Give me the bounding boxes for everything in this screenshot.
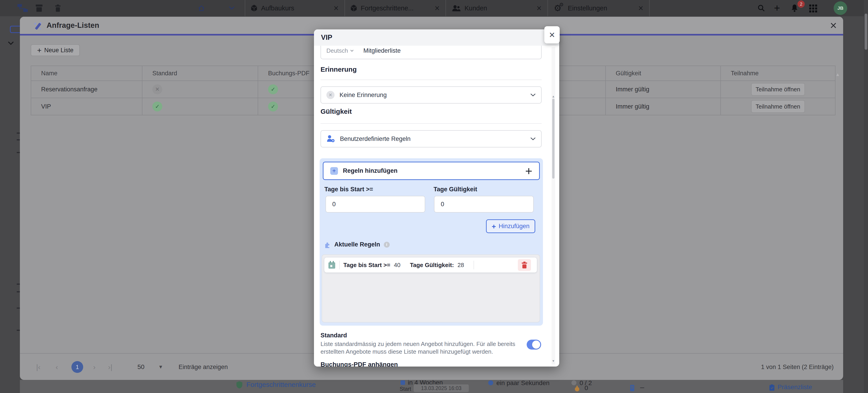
standard-heading: Standard: [320, 332, 347, 339]
current-rules-title: Aktuelle Regeln: [334, 241, 380, 248]
column-name: Name: [31, 66, 142, 81]
divider: [320, 123, 541, 124]
rule-valid-label: Tage Gültigkeit:: [410, 262, 454, 269]
tab-fortgeschrittene[interactable]: Fortgeschrittene... ×: [345, 0, 445, 16]
topbar: Aufbaukurs × Fortgeschrittene... × Kunde…: [0, 0, 868, 16]
check-circle-icon: ✓: [268, 84, 278, 94]
info-icon[interactable]: i: [384, 242, 390, 248]
user-rules-icon: [327, 134, 335, 143]
check-circle-icon: ✓: [268, 101, 278, 112]
chevron-down-topbar-icon[interactable]: [229, 6, 235, 10]
divider: [320, 80, 541, 80]
scroll-down-icon[interactable]: ▼: [552, 359, 555, 363]
last-page-button[interactable]: ›|: [108, 354, 112, 380]
dash-value: –: [640, 383, 644, 391]
apps-grid-icon[interactable]: [809, 4, 817, 12]
page-size-select[interactable]: 50: [137, 354, 145, 380]
trash-topbar-icon[interactable]: [55, 4, 61, 12]
chevron-down-sidebar-icon[interactable]: [8, 41, 14, 45]
vip-modal-title: VIP: [321, 33, 332, 41]
tab-kunden[interactable]: Kunden ×: [446, 0, 548, 16]
current-page-button[interactable]: 1: [71, 361, 83, 373]
add-rules-box[interactable]: + Regeln hinzufügen +: [323, 162, 540, 180]
new-list-button[interactable]: + Neue Liste: [31, 44, 80, 56]
days-until-start-input[interactable]: [326, 196, 425, 213]
scrollbar-thumb[interactable]: [552, 99, 555, 179]
close-tab-icon[interactable]: ×: [334, 4, 339, 12]
column-teilnahme: Teilnahme: [721, 66, 835, 81]
standard-toggle[interactable]: [527, 340, 541, 350]
previous-page-button[interactable]: ‹: [56, 354, 58, 380]
reminder-heading: Erinnerung: [320, 66, 357, 73]
calendar-icon: [328, 261, 336, 269]
cross-circle-icon: ✕: [152, 84, 162, 94]
close-tab-icon[interactable]: ×: [638, 4, 643, 12]
vip-modal-scrollbar[interactable]: ▲ ▼: [552, 47, 555, 364]
clipped-text-fragment: [17, 283, 20, 285]
sitemap-icon[interactable]: [18, 4, 28, 12]
reminder-select[interactable]: ✕ Keine Erinnerung: [320, 86, 541, 103]
current-rules-heading-row: Aktuelle Regeln i: [324, 241, 390, 248]
column-gueltigkeit: Gültigkeit: [606, 66, 721, 81]
duration-text: ein paar Sekunden: [496, 380, 550, 387]
rule-start-label: Tage bis Start >=: [343, 262, 391, 269]
caret-down-icon[interactable]: ▼: [158, 354, 163, 380]
standard-description-line2: erstellten Angebote muss diese Liste man…: [320, 348, 493, 355]
puzzle-icon: [324, 241, 331, 248]
vip-modal-header: VIP: [314, 29, 559, 46]
tab-einstellungen[interactable]: ⚙ ⚙ Einstellungen ×: [548, 0, 649, 16]
add-icon[interactable]: +: [774, 3, 780, 13]
building-icon: [630, 385, 635, 391]
tab-label: Einstellungen: [568, 4, 607, 12]
pagination-summary: 1 von 1 Seiten (2 Einträge): [761, 354, 834, 380]
days-valid-label: Tage Gültigkeit: [434, 186, 477, 193]
open-participation-button[interactable]: Teilnahme öffnen: [751, 83, 805, 96]
start-date-chip: 13.03.2025 16:03: [414, 385, 469, 392]
shield-icon: [237, 381, 242, 389]
language-selector[interactable]: Deutsch: [327, 47, 354, 54]
divider: [339, 261, 340, 269]
tab-aufbaukurs[interactable]: Aufbaukurs ×: [245, 0, 344, 16]
scroll-up-icon[interactable]: ▲: [835, 72, 840, 77]
standard-description-line1: Liste standardmässig zu jedem neuen Ange…: [320, 340, 515, 347]
chevron-down-icon: [350, 50, 354, 52]
presence-link[interactable]: Präsenzliste: [778, 384, 812, 391]
cube-icon: [351, 5, 357, 11]
days-valid-input[interactable]: [434, 196, 534, 213]
add-rule-button[interactable]: + Hinzufügen: [486, 219, 535, 233]
close-vip-modal-button[interactable]: ×: [544, 26, 560, 43]
search-icon[interactable]: [758, 4, 765, 12]
archive-icon[interactable]: [36, 4, 42, 12]
avatar[interactable]: JB: [834, 1, 847, 15]
validity-select[interactable]: Benutzerdefinierte Regeln: [320, 130, 541, 147]
page-size-label: Einträge anzeigen: [179, 354, 228, 380]
modal-title: Anfrage-Listen: [46, 21, 99, 30]
next-page-button[interactable]: ›: [93, 354, 96, 380]
rule-valid-value: 28: [458, 262, 464, 269]
trash-icon: [522, 262, 527, 268]
gear-icon: ⚙ ⚙: [554, 3, 564, 13]
column-standard: Standard: [142, 66, 258, 81]
close-tab-icon[interactable]: ×: [435, 4, 440, 12]
home-icon[interactable]: [198, 5, 205, 11]
delete-rule-button[interactable]: [518, 259, 531, 271]
clipped-text-fragment: [17, 139, 20, 141]
scroll-up-icon[interactable]: ▲: [552, 94, 555, 98]
open-participation-button[interactable]: Teilnahme öffnen: [751, 100, 805, 113]
bell-icon[interactable]: [791, 4, 798, 12]
clipped-text-fragment: [17, 132, 20, 133]
page-scrollbar[interactable]: [864, 0, 868, 393]
first-page-button[interactable]: |‹: [36, 354, 40, 380]
capacity-icon: [571, 380, 577, 385]
vip-modal: Deutsch Mitgliederliste VIP Erinnerung ✕…: [314, 29, 559, 367]
custom-rules-panel: + Regeln hinzufügen + Tage bis Start >= …: [320, 158, 543, 326]
rule-start-value: 40: [394, 262, 401, 269]
course-link[interactable]: Fortgeschrittenenkurse: [246, 381, 316, 389]
screen: Aufbaukurs × Fortgeschrittene... × Kunde…: [0, 0, 868, 393]
close-modal-icon[interactable]: ×: [830, 18, 837, 33]
validity-heading: Gültigkeit: [320, 108, 352, 115]
close-tab-icon[interactable]: ×: [537, 4, 541, 12]
clipped-text-fragment: [17, 307, 20, 309]
check-circle-icon: ✓: [152, 101, 162, 112]
expand-plus-icon[interactable]: +: [525, 165, 532, 177]
